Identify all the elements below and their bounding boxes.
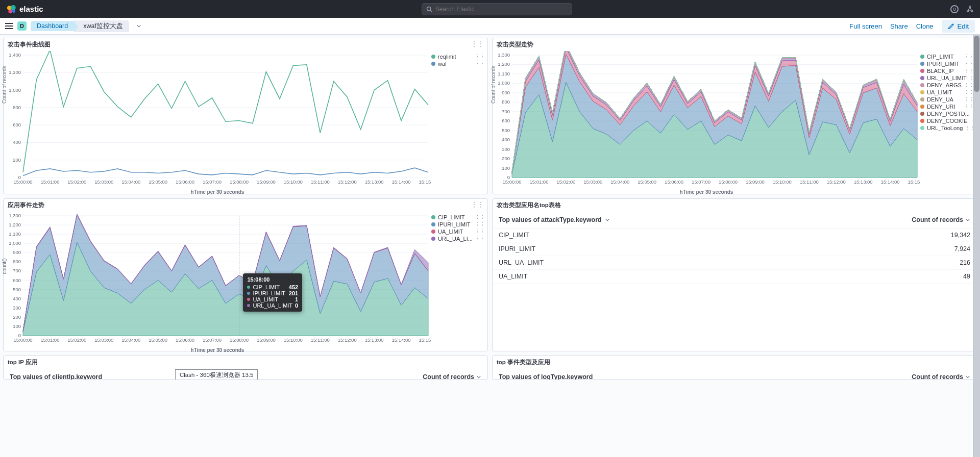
legend-item[interactable]: URL_UA_LI...⋮⋮ — [431, 235, 485, 242]
svg-text:15:08:00: 15:08:00 — [230, 179, 249, 185]
svg-text:1,400: 1,400 — [9, 52, 21, 58]
share-button[interactable]: Share — [890, 22, 908, 30]
table-header: Top values of logType.keyword Count of r… — [493, 369, 976, 380]
legend-item[interactable]: reqlimit⋮⋮ — [431, 53, 485, 60]
svg-text:15:04:00: 15:04:00 — [610, 179, 629, 185]
svg-point-6 — [969, 6, 970, 7]
col-header[interactable]: Top values of attackType.keyword — [499, 216, 602, 223]
chevron-down-icon[interactable] — [605, 217, 610, 222]
global-header: elastic — [0, 0, 980, 18]
svg-text:700: 700 — [502, 109, 510, 114]
chart-area[interactable]: 02004006008001,0001,2001,40015:00:0015:0… — [4, 51, 431, 194]
table-row[interactable]: UA_LIMIT49 — [493, 270, 976, 284]
help-icon[interactable] — [966, 5, 974, 13]
col-header[interactable]: Top values of logType.keyword — [499, 373, 593, 380]
full-screen-button[interactable]: Full screen — [849, 22, 882, 30]
search-icon — [426, 6, 432, 12]
global-search[interactable] — [422, 3, 572, 15]
svg-text:15:11:00: 15:11:00 — [311, 337, 330, 343]
legend-item[interactable]: IPURI_LIMIT⋮⋮ — [920, 60, 974, 67]
elastic-logo[interactable]: elastic — [6, 4, 43, 14]
space-badge[interactable]: D — [17, 21, 27, 31]
legend-item[interactable]: CIP_LIMIT⋮⋮ — [431, 214, 485, 221]
table-row[interactable]: CIP_LIMIT19,342 — [493, 229, 976, 242]
svg-text:15:05:00: 15:05:00 — [149, 179, 167, 185]
svg-text:1,100: 1,100 — [9, 231, 21, 237]
legend-item[interactable]: CIP_LIMIT⋮⋮ — [920, 53, 974, 60]
chevron-down-icon[interactable] — [965, 217, 970, 222]
svg-text:600: 600 — [13, 122, 21, 128]
svg-text:200: 200 — [13, 314, 21, 320]
x-axis-label: hTime per 30 seconds — [680, 189, 733, 195]
col-header[interactable]: Count of records — [912, 216, 963, 223]
chevron-down-icon[interactable] — [965, 374, 970, 379]
svg-text:15:14:00: 15:14:00 — [392, 337, 411, 343]
legend-item[interactable]: DENY_ARGS⋮⋮ — [920, 82, 974, 89]
svg-text:15:02:00: 15:02:00 — [67, 337, 86, 343]
scrollbar-track[interactable] — [973, 35, 980, 457]
crosshair-line — [239, 216, 239, 336]
breadcrumb: Dashboard xwaf监控大盘 — [31, 20, 129, 32]
clone-button[interactable]: Clone — [916, 22, 934, 30]
legend-item[interactable]: BLACK_IP⋮⋮ — [920, 67, 974, 74]
svg-text:15:01:00: 15:01:00 — [40, 179, 59, 185]
col-header[interactable]: Count of records — [423, 373, 474, 380]
legend-item[interactable]: URL_UA_LIMIT⋮⋮ — [920, 74, 974, 82]
brand-text: elastic — [19, 5, 43, 13]
breadcrumb-dashboard[interactable]: Dashboard — [31, 21, 74, 31]
edit-button[interactable]: Edit — [942, 20, 975, 33]
svg-text:800: 800 — [13, 105, 21, 110]
legend-item[interactable]: waf⋮⋮ — [431, 60, 485, 67]
chart-area[interactable]: 01002003004005006007008009001,0001,1001,… — [493, 51, 920, 194]
svg-text:700: 700 — [13, 268, 21, 273]
chart-area[interactable]: 01002003004005006007008009001,0001,1001,… — [4, 212, 431, 352]
panel-attack-events-line: 攻击事件曲线图 ⋮⋮ 02004006008001,0001,2001,4001… — [3, 38, 488, 194]
legend-item[interactable]: IPURI_LIMIT⋮⋮ — [431, 221, 485, 228]
svg-text:15:03:00: 15:03:00 — [94, 179, 113, 185]
panel-title: top 事件类型及应用 — [493, 356, 976, 369]
table-row[interactable]: IPURI_LIMIT7,924 — [493, 242, 976, 256]
legend-item[interactable]: UA_LIMIT⋮⋮ — [431, 228, 485, 235]
svg-text:300: 300 — [13, 305, 21, 311]
svg-text:15:01:00: 15:01:00 — [529, 179, 548, 185]
svg-text:15:15:00: 15:15:00 — [419, 337, 431, 343]
svg-text:1,000: 1,000 — [498, 80, 510, 86]
panel-options-icon[interactable]: ⋮⋮ — [471, 40, 484, 47]
legend-item[interactable]: UA_LIMIT⋮⋮ — [920, 89, 974, 96]
search-input[interactable] — [435, 6, 568, 13]
svg-text:15:15:00: 15:15:00 — [419, 179, 431, 185]
edit-label: Edit — [958, 22, 969, 30]
chevron-down-icon[interactable] — [136, 23, 141, 29]
col-header[interactable]: Top values of clientIp.keyword — [10, 373, 102, 380]
svg-text:15:07:00: 15:07:00 — [203, 179, 222, 185]
svg-text:800: 800 — [13, 259, 21, 264]
svg-text:1,300: 1,300 — [9, 213, 21, 218]
svg-text:300: 300 — [502, 146, 510, 152]
panel-options-icon[interactable]: ⋮⋮ — [471, 201, 484, 208]
scrollbar-thumb[interactable] — [974, 36, 979, 92]
svg-point-1 — [11, 5, 16, 10]
svg-text:15:02:00: 15:02:00 — [67, 179, 86, 185]
legend-item[interactable]: URL_TooLong⋮⋮ — [920, 124, 974, 132]
nav-toggle-icon[interactable] — [5, 23, 13, 29]
legend: reqlimit⋮⋮waf⋮⋮ — [431, 51, 487, 194]
panel-attack-type-trend: 攻击类型走势 01002003004005006007008009001,000… — [492, 38, 977, 194]
legend-item[interactable]: DENY_UA⋮⋮ — [920, 96, 974, 103]
svg-text:15:03:00: 15:03:00 — [583, 179, 602, 185]
svg-point-4 — [427, 7, 431, 11]
svg-text:15:05:00: 15:05:00 — [149, 337, 167, 343]
y-axis-label: count() — [2, 258, 7, 274]
svg-text:15:07:00: 15:07:00 — [692, 179, 710, 185]
table-row[interactable]: URL_UA_LIMIT216 — [493, 256, 976, 270]
x-axis-label: hTime per 30 seconds — [191, 347, 244, 353]
col-header[interactable]: Count of records — [912, 373, 963, 380]
svg-text:15:13:00: 15:13:00 — [365, 337, 384, 343]
newsfeed-icon[interactable] — [950, 5, 959, 13]
legend-item[interactable]: DENY_URI⋮⋮ — [920, 103, 974, 110]
chevron-down-icon[interactable] — [476, 374, 481, 379]
legend-item[interactable]: DENY_COOKIE⋮⋮ — [920, 117, 974, 124]
panel-title: 攻击类型应用名top表格 — [493, 199, 976, 212]
svg-text:15:02:00: 15:02:00 — [556, 179, 575, 185]
svg-text:15:09:00: 15:09:00 — [746, 179, 765, 185]
legend-item[interactable]: DENY_POSTD...⋮⋮ — [920, 110, 974, 117]
